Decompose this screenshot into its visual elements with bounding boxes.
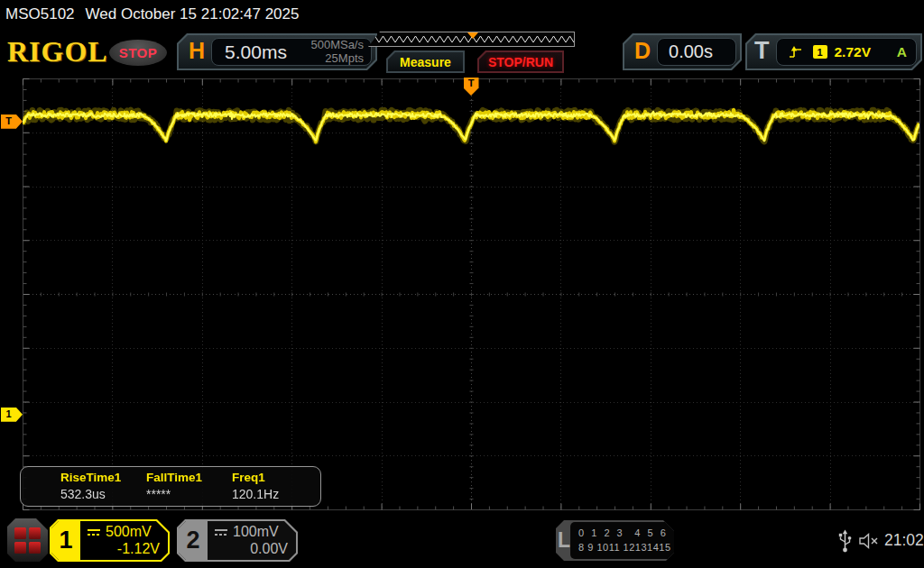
menu-grid-icon (29, 542, 41, 554)
measure-button[interactable]: Measure (386, 50, 465, 73)
dc-coupling-icon (87, 527, 101, 536)
menu-grid-icon (14, 527, 26, 539)
beeper-off-icon (858, 532, 881, 550)
horizontal-label: H (189, 40, 205, 62)
timebase-value: 5.00ms (225, 41, 287, 63)
rigol-logo: RIGOL (7, 35, 108, 69)
acquisition-info: 500MSa/s 25Mpts (310, 39, 364, 66)
trigger-level-value: 2.72V (835, 44, 872, 60)
trigger-readout: 1 2.72V A (776, 38, 918, 66)
logic-analyzer-button[interactable]: L 0 1 2 3 4 5 6 7 8 9 1011 12131415 (556, 520, 674, 561)
sample-rate: 500MSa/s (310, 39, 364, 52)
window-position-pointer-icon (467, 32, 478, 39)
measurement-value: 532.3us (60, 487, 146, 501)
channel1-scale: 500mV (106, 525, 152, 539)
channel2-scale: 100mV (233, 525, 279, 539)
measurement-panel[interactable]: RiseTime1 532.3us FallTime1 ***** Freq1 … (20, 466, 321, 507)
dc-coupling-icon (214, 527, 228, 536)
waveform-display[interactable] (0, 77, 924, 513)
channel2-status-button[interactable]: 2 100mV 0.00V (177, 519, 298, 562)
measurement-item: Freq1 120.1Hz (232, 471, 318, 506)
delay-readout: 0.00s (657, 38, 736, 66)
delay-menu-button[interactable]: D 0.00s (623, 33, 742, 70)
menu-grid-icon (14, 542, 26, 554)
delay-label: D (634, 40, 651, 62)
stop-run-button[interactable]: STOP/RUN (477, 50, 564, 73)
measurement-label: RiseTime1 (60, 471, 146, 484)
acquisition-state-badge: STOP (109, 40, 167, 66)
channel2-offset: 0.00V (250, 542, 288, 556)
measurement-label: FallTime1 (146, 471, 232, 484)
trigger-slope-icon (788, 45, 804, 60)
measurement-item: FallTime1 ***** (146, 471, 232, 506)
oscilloscope-screen: { "titlebar": { "model": "MSO5102", "dat… (0, 0, 924, 568)
trigger-menu-button[interactable]: T 1 2.72V A (745, 33, 922, 70)
logic-channels-row: 8 9 1011 12131415 (578, 541, 680, 555)
delay-value: 0.00s (669, 41, 713, 62)
channel1-status-button[interactable]: 1 500mV -1.12V (50, 519, 170, 562)
title-bar: MSO5102Wed October 15 21:02:47 2025 (5, 5, 299, 23)
usb-icon (837, 528, 853, 554)
logic-channels-row: 0 1 2 3 4 5 6 7 (578, 527, 680, 541)
datetime-text: Wed October 15 21:02:47 2025 (86, 5, 300, 23)
model-name: MSO5102 (5, 5, 75, 23)
measurement-value: ***** (146, 487, 232, 501)
memory-depth: 25Mpts (310, 52, 364, 66)
trigger-mode-indicator: A (897, 44, 907, 60)
clock-text: 21:02 (884, 531, 924, 550)
logic-analyzer-label: L (558, 522, 570, 559)
horizontal-menu-button[interactable]: H 5.00ms 500MSa/s 25Mpts (177, 33, 377, 70)
channel1-number: 1 (51, 521, 80, 560)
trigger-label: T (754, 39, 770, 63)
measurement-label: Freq1 (232, 471, 318, 484)
channel1-offset: -1.12V (117, 542, 160, 556)
waveform-position-strip[interactable] (368, 32, 575, 47)
trigger-source-badge: 1 (813, 45, 827, 59)
channel2-number: 2 (179, 521, 208, 560)
timebase-readout: 5.00ms 500MSa/s 25Mpts (211, 38, 372, 66)
menu-grid-icon (29, 527, 41, 539)
measurement-item: RiseTime1 532.3us (60, 471, 146, 506)
measurement-value: 120.1Hz (232, 487, 318, 501)
menu-grid-button[interactable] (7, 518, 48, 562)
